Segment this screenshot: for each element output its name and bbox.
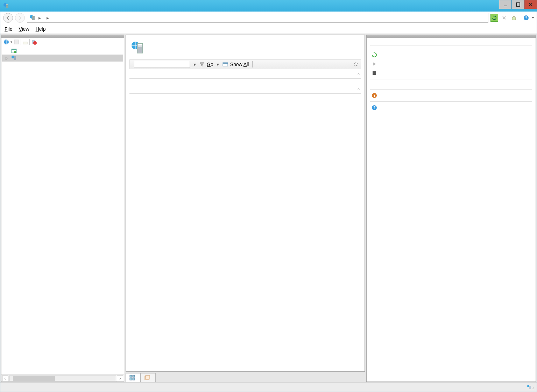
action-help[interactable]: ? [370, 103, 532, 112]
svg-rect-4 [516, 3, 520, 6]
svg-rect-36 [374, 94, 375, 94]
connections-tree[interactable]: ▷ [1, 46, 124, 375]
svg-rect-40 [529, 386, 531, 389]
action-stop[interactable] [370, 69, 532, 78]
go-label[interactable]: Go [207, 62, 213, 67]
connections-toolbar: ▾ [1, 38, 124, 46]
server-icon [11, 55, 17, 61]
server-icon [29, 15, 36, 21]
forward-button[interactable] [15, 13, 25, 23]
svg-text:?: ? [525, 16, 528, 20]
menu-bar: File View Help [0, 24, 537, 34]
svg-rect-35 [374, 95, 375, 97]
minimize-button[interactable] [499, 0, 511, 9]
filter-expand-icon[interactable] [353, 62, 359, 67]
svg-point-17 [14, 51, 16, 53]
save-icon [14, 39, 19, 45]
menu-file[interactable]: File [5, 26, 13, 32]
status-bar [0, 383, 537, 392]
stop-connection-icon[interactable] [31, 39, 37, 45]
svg-rect-10 [14, 40, 19, 44]
restart-icon [372, 52, 377, 58]
svg-rect-30 [133, 378, 135, 380]
svg-text:?: ? [373, 106, 376, 110]
svg-rect-24 [138, 45, 142, 47]
content-view-icon [144, 375, 150, 380]
svg-rect-2 [6, 5, 8, 5]
svg-point-41 [532, 389, 532, 389]
action-get-components[interactable] [370, 91, 532, 100]
scroll-left-icon[interactable]: ‹ [2, 376, 8, 381]
start-icon [372, 61, 377, 67]
menu-view[interactable]: View [19, 26, 29, 32]
filter-dropdown-icon[interactable]: ▾ [192, 62, 197, 67]
tree-server-node[interactable]: ▷ [2, 55, 123, 62]
status-grip-icon [527, 385, 534, 390]
start-page-icon [11, 48, 17, 54]
breadcrumb-separator-icon: ▸ [38, 15, 41, 21]
actions-panel: ? [366, 35, 536, 382]
filter-input[interactable] [134, 61, 190, 68]
cancel-icon [500, 14, 508, 22]
navigation-row: ▸ ▸ ? ▾ [0, 12, 537, 24]
svg-rect-16 [12, 49, 16, 50]
stop-icon [372, 70, 377, 76]
scroll-right-icon[interactable]: › [117, 376, 123, 381]
close-button[interactable] [524, 0, 537, 9]
maximize-button[interactable] [511, 0, 524, 9]
home-icon[interactable] [510, 14, 518, 22]
show-all-icon[interactable] [222, 62, 228, 67]
svg-rect-11 [23, 42, 27, 44]
svg-rect-14 [34, 43, 36, 43]
horizontal-scrollbar[interactable]: ‹ › [1, 375, 124, 382]
scroll-track[interactable] [9, 376, 116, 381]
svg-rect-20 [14, 57, 16, 57]
svg-rect-28 [133, 375, 135, 377]
connections-header [1, 35, 124, 38]
action-view-pools[interactable] [370, 81, 532, 84]
go-funnel-icon[interactable] [199, 62, 205, 67]
action-view-sites[interactable] [370, 84, 532, 88]
tab-features-view[interactable] [126, 373, 141, 382]
action-restart[interactable] [370, 50, 532, 59]
tree-expander-icon[interactable]: ▷ [6, 56, 10, 60]
server-home-icon [131, 41, 145, 55]
app-icon [3, 3, 9, 9]
menu-help[interactable]: Help [36, 26, 46, 32]
svg-rect-3 [504, 6, 507, 6]
help-icon[interactable]: ? [522, 14, 530, 22]
up-icon [22, 39, 28, 45]
breadcrumb-separator-icon: ▸ [47, 15, 49, 21]
tab-content-view[interactable] [141, 373, 156, 382]
filter-toolbar: ▾ Go ▾ Show All [129, 59, 361, 69]
tree-start-page[interactable] [2, 48, 123, 55]
show-all-label[interactable]: Show All [230, 62, 249, 67]
view-tabs [126, 373, 365, 382]
info-icon [372, 93, 377, 98]
scroll-thumb[interactable] [13, 376, 55, 381]
svg-rect-6 [32, 16, 35, 20]
go-dropdown-icon[interactable]: ▾ [215, 62, 220, 67]
action-start [370, 59, 532, 69]
page-title-row [129, 37, 361, 59]
collapse-icon[interactable]: ⌃ [357, 73, 360, 78]
refresh-icon[interactable] [490, 14, 498, 22]
svg-rect-26 [223, 63, 228, 64]
svg-rect-29 [130, 378, 132, 380]
globe-icon[interactable] [3, 39, 9, 45]
main-content: ▾ Go ▾ Show All ⌃ ⌃ [126, 35, 365, 372]
group-management: ⌃ [129, 86, 361, 94]
collapse-icon[interactable]: ⌃ [357, 88, 360, 93]
svg-rect-33 [373, 71, 376, 75]
svg-rect-23 [138, 44, 142, 45]
svg-rect-32 [146, 376, 150, 379]
action-open-feature[interactable] [370, 40, 532, 44]
title-bar [0, 0, 537, 12]
back-button[interactable] [3, 13, 13, 23]
svg-rect-27 [130, 375, 132, 377]
breadcrumb[interactable]: ▸ ▸ [27, 13, 488, 23]
features-view-icon [129, 375, 135, 380]
connections-panel: ▾ ▷ ‹ › [1, 35, 124, 382]
action-manage-server-header [370, 47, 532, 50]
svg-point-42 [533, 389, 534, 389]
